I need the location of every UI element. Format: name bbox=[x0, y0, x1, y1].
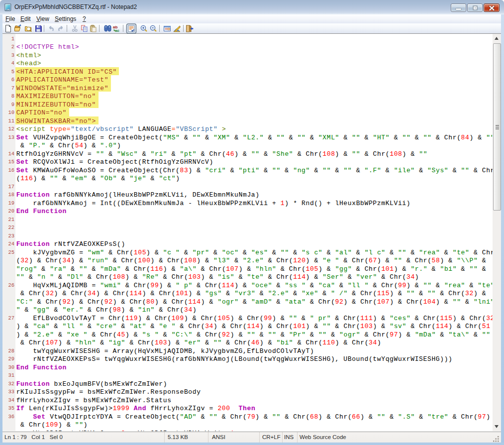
svg-text:ac: ac bbox=[115, 28, 119, 33]
